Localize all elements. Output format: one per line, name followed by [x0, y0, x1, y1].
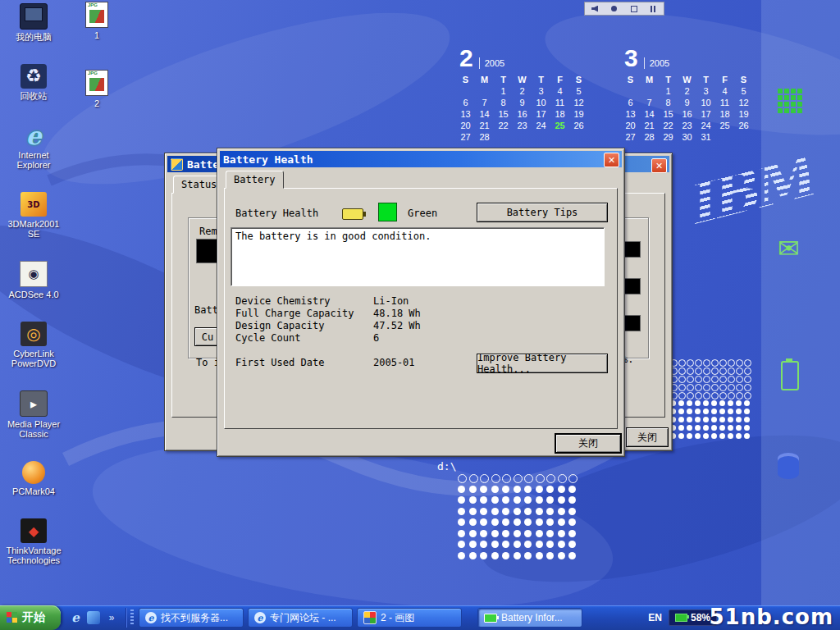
quick-launch: e » — [61, 611, 123, 624]
window-titlebar[interactable]: Battery Health ✕ — [220, 151, 622, 167]
dot — [491, 508, 499, 515]
dot — [458, 496, 465, 504]
calendar-day: 13 — [621, 109, 640, 121]
dot — [728, 400, 733, 406]
desktop-icon-thinkvantage[interactable]: ThinkVantage Technologies — [5, 518, 62, 565]
icon-label: 1 — [94, 30, 99, 40]
dot — [797, 95, 802, 100]
icon-label: CyberLink PowerDVD — [5, 349, 62, 368]
calendar-day: 14 — [475, 109, 494, 121]
calendar-day: 15 — [659, 109, 678, 121]
field-value: Li-Ion — [373, 295, 409, 307]
dot — [719, 384, 727, 391]
paint-icon — [363, 611, 377, 624]
desktop-icon-3dmark2001-se[interactable]: 3DMark2001 SE — [5, 192, 62, 239]
calendar-day-header: T — [659, 75, 678, 86]
desktop-icon-recycle-bin[interactable]: 回收站 — [5, 64, 62, 101]
dot — [678, 425, 684, 431]
task-label: Battery Infor... — [501, 612, 563, 623]
dot — [558, 552, 565, 559]
dot — [469, 530, 477, 537]
dot — [458, 518, 465, 526]
calendar-day: 15 — [494, 109, 513, 121]
dot — [695, 384, 702, 391]
tray-battery-icon — [675, 614, 687, 622]
dot — [784, 102, 789, 107]
calendar-day: 31 — [696, 132, 715, 144]
dot — [695, 368, 702, 375]
dot — [568, 474, 578, 483]
dot — [778, 102, 783, 107]
calendar-day: 16 — [678, 109, 696, 121]
start-button[interactable]: 开始 — [0, 605, 61, 630]
desktop-icon-my-computer[interactable]: 我的电脑 — [5, 3, 62, 42]
desktop-icon-jpg-file-2[interactable]: 2 — [68, 70, 126, 108]
dot — [536, 474, 545, 483]
improve-battery-health-button[interactable]: Improve Battery Health... — [477, 354, 608, 373]
tab-battery[interactable]: Battery — [226, 171, 284, 189]
status-dot-icon[interactable] — [611, 6, 617, 11]
calendar-day-header: F — [550, 75, 569, 86]
chevron-right-icon[interactable]: » — [105, 611, 118, 624]
calendar-day: 27 — [621, 132, 640, 144]
calendar-day: 12 — [569, 98, 588, 109]
dot — [736, 425, 742, 431]
dot — [703, 433, 709, 439]
desktop-icon-media-player-classic[interactable]: Media Player Classic — [5, 390, 62, 439]
calendar-day-header: F — [715, 75, 734, 86]
bars-icon[interactable] — [651, 6, 657, 12]
watermark: 51nb.com — [709, 605, 833, 629]
dot — [703, 376, 710, 383]
dot — [784, 95, 789, 100]
task-forum[interactable]: 专门网论坛 - ... — [248, 608, 353, 628]
window-icon[interactable] — [631, 6, 637, 12]
close-icon[interactable]: ✕ — [604, 153, 619, 167]
calendar-day: 28 — [640, 132, 659, 144]
dot — [703, 409, 709, 414]
dot — [736, 384, 743, 391]
desktop-icon-cyberlink-powerdvd[interactable]: CyberLink PowerDVD — [5, 322, 62, 368]
dot — [719, 433, 725, 439]
battery-small-icon — [342, 208, 363, 220]
desktop-icon-acdsee[interactable]: ACDSee 4.0 — [5, 261, 62, 299]
calendar-month: 3 — [624, 46, 638, 71]
dot — [736, 433, 742, 439]
dot — [797, 102, 802, 107]
dot — [524, 496, 532, 504]
dot — [678, 384, 686, 391]
battery-tips-button[interactable]: Battery Tips — [477, 203, 608, 222]
task-battery[interactable]: Battery Infor... — [477, 608, 582, 628]
calendar-day: 17 — [532, 109, 550, 121]
calendar-today — [621, 86, 640, 98]
dot — [558, 518, 565, 526]
ie-quicklaunch-icon[interactable]: e — [69, 611, 82, 624]
taskbar-grip[interactable] — [130, 609, 134, 626]
drive-label: d:\ — [437, 460, 456, 472]
dot — [491, 486, 499, 493]
dot — [678, 392, 686, 399]
speaker-icon[interactable] — [591, 6, 598, 12]
dot — [678, 368, 686, 375]
dot — [778, 89, 783, 94]
desktop-mini-toolbar[interactable] — [584, 2, 664, 16]
close-button[interactable]: 关闭 — [555, 434, 621, 453]
desktop-icon-internet-explorer[interactable]: Internet Explorer — [5, 123, 62, 170]
close-icon[interactable]: ✕ — [651, 158, 667, 173]
taskbar-tasks: 找不到服务器...专门网论坛 - ...2 - 画图Battery Infor.… — [139, 608, 582, 628]
dot — [678, 417, 684, 422]
language-indicator[interactable]: EN — [648, 612, 662, 623]
dot — [687, 368, 694, 375]
task-paint[interactable]: 2 - 画图 — [357, 608, 462, 628]
calendar-day: 4 — [550, 86, 569, 98]
desktop-icon-jpg-file-1[interactable]: 1 — [68, 2, 126, 40]
media-quicklaunch-icon[interactable] — [87, 611, 100, 624]
calendar-day: 29 — [659, 132, 678, 144]
dot — [524, 530, 532, 537]
dot — [480, 486, 487, 493]
dot — [514, 518, 521, 526]
dot — [728, 417, 733, 422]
dot — [568, 552, 576, 559]
close-button-back[interactable]: 关闭 — [626, 427, 669, 447]
task-ie-server[interactable]: 找不到服务器... — [139, 608, 244, 628]
desktop-icon-pcmark04[interactable]: PCMark04 — [5, 461, 62, 496]
